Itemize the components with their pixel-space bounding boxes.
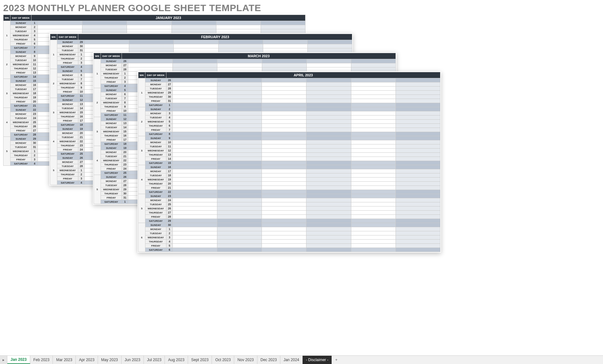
planner-cell[interactable] — [217, 78, 262, 82]
planner-cell[interactable] — [173, 194, 217, 198]
planner-cell[interactable] — [217, 194, 262, 198]
planner-cell[interactable] — [351, 173, 396, 178]
planner-cell[interactable] — [351, 99, 396, 103]
planner-cell[interactable] — [217, 215, 262, 219]
planner-cell[interactable] — [351, 157, 396, 161]
planner-cell[interactable] — [262, 116, 306, 120]
planner-cell[interactable] — [173, 136, 217, 140]
planner-cell[interactable] — [351, 59, 396, 63]
planner-cell[interactable] — [351, 186, 396, 190]
planner-cell[interactable] — [306, 219, 351, 223]
planner-cell[interactable] — [217, 219, 262, 223]
planner-cell[interactable] — [307, 44, 352, 48]
planner-cell[interactable] — [262, 107, 306, 111]
planner-cell[interactable] — [262, 140, 306, 144]
planner-cell[interactable] — [38, 25, 82, 29]
planner-cell[interactable] — [217, 182, 262, 186]
planner-cell[interactable] — [173, 182, 217, 186]
sheet-tab[interactable]: Dec 2023 — [257, 356, 280, 364]
planner-cell[interactable] — [306, 169, 351, 173]
planner-cell[interactable] — [217, 103, 262, 107]
planner-cell[interactable] — [173, 87, 217, 91]
planner-cell[interactable] — [351, 128, 396, 132]
planner-cell[interactable] — [173, 227, 217, 231]
planner-cell[interactable] — [218, 44, 263, 48]
planner-cell[interactable] — [351, 63, 396, 67]
planner-cell[interactable] — [351, 198, 396, 202]
planner-cell[interactable] — [173, 231, 217, 235]
planner-cell[interactable] — [351, 136, 396, 140]
sheet-tab[interactable]: May 2023 — [98, 356, 122, 364]
planner-cell[interactable] — [217, 132, 262, 136]
planner-cell[interactable] — [262, 206, 306, 211]
planner-cell[interactable] — [217, 223, 262, 227]
planner-cell[interactable] — [306, 227, 351, 231]
planner-cell[interactable] — [396, 95, 440, 99]
planner-cell[interactable] — [263, 40, 307, 44]
planner-cell[interactable] — [262, 136, 306, 140]
planner-cell[interactable] — [217, 227, 262, 231]
planner-cell[interactable] — [351, 103, 396, 107]
planner-cell[interactable] — [351, 107, 396, 111]
sheet-tab[interactable]: Apr 2023 — [76, 356, 98, 364]
planner-cell[interactable] — [396, 149, 440, 153]
planner-cell[interactable] — [306, 59, 351, 63]
planner-cell[interactable] — [262, 186, 306, 190]
planner-cell[interactable] — [351, 165, 396, 169]
planner-cell[interactable] — [351, 95, 396, 99]
planner-cell[interactable] — [261, 21, 305, 25]
planner-cell[interactable] — [306, 244, 351, 248]
planner-cell[interactable] — [217, 244, 262, 248]
planner-cell[interactable] — [396, 103, 440, 107]
planner-cell[interactable] — [217, 149, 262, 153]
planner-cell[interactable] — [262, 59, 306, 63]
planner-cell[interactable] — [306, 144, 351, 149]
planner-cell[interactable] — [217, 173, 262, 178]
planner-cell[interactable] — [351, 91, 396, 95]
planner-cell[interactable] — [306, 99, 351, 103]
planner-cell[interactable] — [306, 194, 351, 198]
sheet-tab[interactable]: Jul 2023 — [144, 356, 165, 364]
planner-cell[interactable] — [307, 40, 352, 44]
planner-cell[interactable] — [396, 82, 440, 87]
planner-cell[interactable] — [306, 82, 351, 87]
planner-cell[interactable] — [396, 206, 440, 211]
planner-cell[interactable] — [306, 182, 351, 186]
planner-cell[interactable] — [306, 63, 351, 67]
planner-cell[interactable] — [262, 190, 306, 194]
planner-cell[interactable] — [173, 91, 217, 95]
planner-cell[interactable] — [217, 248, 262, 252]
planner-cell[interactable] — [396, 111, 440, 116]
planner-cell[interactable] — [262, 165, 306, 169]
planner-cell[interactable] — [173, 116, 217, 120]
planner-cell[interactable] — [306, 111, 351, 116]
planner-cell[interactable] — [306, 128, 351, 132]
planner-cell[interactable] — [262, 169, 306, 173]
planner-cell[interactable] — [173, 59, 217, 63]
planner-cell[interactable] — [262, 103, 306, 107]
planner-cell[interactable] — [306, 178, 351, 182]
planner-cell[interactable] — [396, 87, 440, 91]
planner-cell[interactable] — [173, 161, 217, 165]
planner-cell[interactable] — [82, 29, 127, 33]
planner-cell[interactable] — [306, 95, 351, 99]
planner-cell[interactable] — [173, 103, 217, 107]
planner-cell[interactable] — [127, 25, 172, 29]
planner-cell[interactable] — [262, 202, 306, 206]
planner-cell[interactable] — [351, 240, 396, 244]
planner-cell[interactable] — [306, 91, 351, 95]
planner-cell[interactable] — [218, 48, 263, 52]
planner-cell[interactable] — [262, 198, 306, 202]
planner-cell[interactable] — [128, 67, 173, 72]
planner-cell[interactable] — [262, 63, 306, 67]
planner-cell[interactable] — [262, 144, 306, 149]
planner-cell[interactable] — [262, 235, 306, 240]
planner-cell[interactable] — [396, 235, 440, 240]
planner-cell[interactable] — [173, 202, 217, 206]
planner-cell[interactable] — [262, 128, 306, 132]
planner-cell[interactable] — [173, 149, 217, 153]
planner-cell[interactable] — [262, 99, 306, 103]
planner-cell[interactable] — [262, 132, 306, 136]
planner-cell[interactable] — [396, 190, 440, 194]
planner-cell[interactable] — [351, 248, 396, 252]
